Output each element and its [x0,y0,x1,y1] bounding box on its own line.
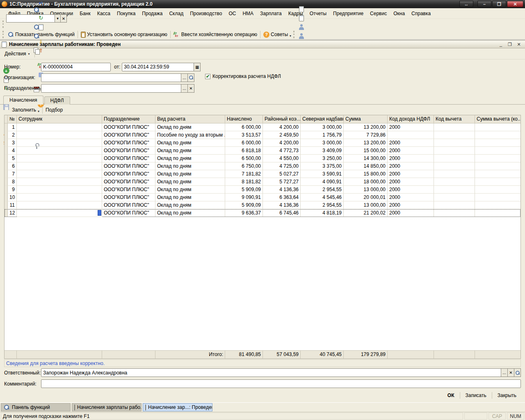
table-cell[interactable]: 4 818,19 [301,209,344,217]
table-cell[interactable] [434,139,475,147]
table-cell[interactable]: 2000 [388,209,434,217]
organization-select-button[interactable]: ... [181,73,188,82]
table-cell[interactable] [434,162,475,170]
table-cell[interactable]: ООО"КОПИ ПЛЮС" [102,147,155,155]
table-cell[interactable] [17,131,102,139]
end-edit-button[interactable] [2,103,11,112]
doc-close-button[interactable]: ✕ [514,41,523,48]
table-cell[interactable]: 2 [8,131,17,139]
table-cell[interactable] [475,170,520,178]
column-header[interactable]: Начислено [225,115,263,123]
table-cell[interactable] [475,201,520,209]
restore-button[interactable]: ❐ [492,1,506,7]
number-input[interactable] [41,63,111,71]
table-row[interactable]: 9ООО"КОПИ ПЛЮС"Оклад по дням5 909,094 13… [5,186,520,194]
table-cell[interactable] [5,170,8,178]
column-header[interactable]: Северная надбавка [301,115,344,123]
table-cell[interactable] [434,155,475,162]
table-cell[interactable]: 4 725,00 [263,162,301,170]
toolbar-grip[interactable] [2,31,5,38]
table-cell[interactable]: 14 850,00 [344,162,388,170]
pick-button[interactable]: Подбор [44,105,64,114]
table-cell[interactable] [388,131,434,139]
table-cell[interactable] [5,178,8,186]
table-cell[interactable]: 2000 [388,123,434,131]
date-input[interactable] [122,63,194,71]
table-cell[interactable]: Оклад по дням [155,162,225,170]
table-cell[interactable]: 21 200,02 [344,209,388,217]
table-cell[interactable]: Оклад по дням [155,155,225,162]
tips-button[interactable]: ?Советы▾ [262,30,292,39]
department-select-button[interactable]: ... [181,84,188,93]
column-header[interactable]: Код дохода НДФЛ [388,115,434,123]
column-header[interactable]: Подразделение [102,115,155,123]
table-cell[interactable] [5,162,8,170]
column-header[interactable]: Сумма [344,115,388,123]
table-cell[interactable] [17,186,102,194]
column-header[interactable]: Код вычета [434,115,475,123]
doc-minimize-button[interactable]: _ [496,41,505,48]
table-cell[interactable] [5,155,8,162]
date-picker-icon[interactable]: ▦ [194,63,201,71]
table-cell[interactable] [17,147,102,155]
table-cell[interactable]: 9 636,37 [225,209,263,217]
table-cell[interactable]: ООО"КОПИ ПЛЮС" [102,178,155,186]
table-cell[interactable]: 4 550,00 [263,155,301,162]
refresh-button[interactable]: ↻ [37,14,46,23]
table-cell[interactable]: Оклад по дням [155,201,225,209]
table-cell[interactable] [434,131,475,139]
find-button[interactable] [6,5,67,14]
menu-item[interactable]: НМА [239,9,257,18]
table-cell[interactable]: 4 136,36 [263,201,301,209]
table-cell[interactable]: 4 [8,147,17,155]
table-cell[interactable]: Оклад по дням [155,139,225,147]
doc-restore-button[interactable]: ❐ [505,41,514,48]
table-cell[interactable]: 2000 [388,170,434,178]
table-cell[interactable]: 12 [8,209,17,217]
table-cell[interactable] [434,201,475,209]
table-cell[interactable]: 2000 [388,155,434,162]
menu-item[interactable]: Отчеты [306,9,330,18]
table-cell[interactable] [434,186,475,194]
table-cell[interactable]: 5 909,09 [225,201,263,209]
table-row[interactable]: 1ООО"КОПИ ПЛЮС"Оклад по дням6 000,004 20… [5,123,520,131]
table-cell[interactable]: 2 459,50 [263,131,301,139]
table-cell[interactable]: 20 000,01 [344,194,388,201]
table-row[interactable]: 4ООО"КОПИ ПЛЮС"Оклад по дням6 818,184 77… [5,147,520,155]
table-cell[interactable] [475,209,520,217]
table-cell[interactable]: 8 [8,178,17,186]
toolbar-grip[interactable] [293,31,295,38]
table-cell[interactable]: Оклад по дням [155,123,225,131]
table-cell[interactable]: Оклад по дням [155,194,225,201]
table-cell[interactable]: 1 [8,123,17,131]
fill-button[interactable]: Заполнить▾ [11,105,41,114]
table-cell[interactable]: 7 [8,170,17,178]
table-cell[interactable]: 2 954,55 [301,201,344,209]
table-cell[interactable]: 5 909,09 [225,186,263,194]
menu-item[interactable]: Производство [187,9,225,18]
table-cell[interactable]: ООО"КОПИ ПЛЮС" [102,131,155,139]
table-cell[interactable]: 13 200,00 [344,123,388,131]
table-cell[interactable] [434,178,475,186]
responsible-select-button[interactable]: ... [501,368,508,377]
close-button[interactable]: ✕ [507,1,523,7]
table-cell[interactable] [475,123,520,131]
table-cell[interactable] [17,123,102,131]
dropdown-icon[interactable]: ▾ [55,14,61,23]
table-cell[interactable]: 18 000,00 [344,178,388,186]
menu-item[interactable]: Сервис [367,9,390,18]
organization-input[interactable] [41,73,181,82]
table-cell[interactable] [475,194,520,201]
department-input[interactable] [41,84,181,93]
table-cell[interactable]: 5 [8,155,17,162]
table-cell[interactable]: 6 [8,162,17,170]
save-record-button[interactable]: Записать [461,391,491,400]
menu-item[interactable]: Касса [94,9,114,18]
table-cell[interactable] [17,209,102,217]
table-cell[interactable]: 2000 [388,201,434,209]
table-row[interactable]: 10ООО"КОПИ ПЛЮС"Оклад по дням9 090,916 3… [5,194,520,201]
menu-item[interactable]: Банк [76,9,94,18]
table-cell[interactable]: ООО"КОПИ ПЛЮС" [102,139,155,147]
responsible-open-icon[interactable] [514,368,521,377]
table-cell[interactable]: 6 000,00 [225,139,263,147]
